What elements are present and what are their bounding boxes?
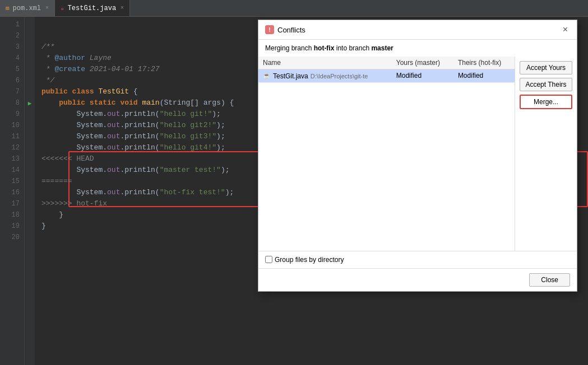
table-empty-area [258,83,515,251]
dialog-title-text: Conflicts [277,26,305,34]
tab-testgit-label: TestGit.java [68,4,116,12]
col-name: Name [258,57,392,69]
file-name-cell: ☕ TestGit.java D:\IdeaProjects\git-te [258,69,392,83]
col-theirs: Theirs (hot-fix) [453,57,515,69]
subtitle-prefix: Merging branch [265,44,314,52]
merge-button[interactable]: Merge... [520,95,572,109]
tab-testgit-close[interactable]: × [121,5,124,11]
theirs-status-cell: Modified [453,69,515,83]
conflicts-dialog-icon: ! [265,25,274,34]
yours-status-cell: Modified [392,69,453,83]
pom-icon: m [6,5,10,12]
conflicts-table-area: Name Yours (master) Theirs (hot-fix) ☕ T… [258,57,515,251]
dialog-titlebar: ! Conflicts × [258,20,577,40]
tab-bar: m pom.xml × ☕ TestGit.java × [0,0,588,17]
conflicts-table: Name Yours (master) Theirs (hot-fix) ☕ T… [258,57,515,83]
file-icon-cell: ☕ TestGit.java D:\IdeaProjects\git-te [263,72,368,80]
branch-to: master [371,44,393,52]
group-files-checkbox[interactable] [265,256,272,263]
group-files-checkbox-label[interactable]: Group files by directory [265,256,344,264]
tab-testgit[interactable]: ☕ TestGit.java × [55,0,130,16]
dialog-body: Name Yours (master) Theirs (hot-fix) ☕ T… [258,57,577,251]
group-files-label: Group files by directory [275,256,344,264]
file-name: TestGit.java [273,72,308,80]
table-header-row: Name Yours (master) Theirs (hot-fix) [258,57,515,69]
tab-pom[interactable]: m pom.xml × [0,0,55,16]
run-arrow-8[interactable]: ▶ [25,97,35,109]
accept-theirs-button[interactable]: Accept Theirs [520,78,572,91]
tab-pom-label: pom.xml [13,4,41,12]
conflicts-dialog: ! Conflicts × Merging branch hot-fix int… [258,20,577,292]
close-button[interactable]: Close [529,273,570,287]
dialog-bottom: Group files by directory [258,251,577,268]
dialog-action-buttons: Accept Yours Accept Theirs Merge... [515,57,577,251]
dialog-close-x-button[interactable]: × [561,25,570,35]
col-yours: Yours (master) [392,57,453,69]
java-icon: ☕ [61,4,64,12]
file-path: D:\IdeaProjects\git-te [311,73,368,79]
line-numbers: 1 2 3 4 5 6 7 8 9 10 11 12 13 14 15 16 1… [4,17,25,365]
accept-yours-button[interactable]: Accept Yours [520,61,572,74]
dialog-subtitle: Merging branch hot-fix into branch maste… [258,40,577,57]
run-gutter: ▶ [25,17,35,365]
branch-from: hot-fix [314,44,335,52]
tab-pom-close[interactable]: × [45,5,49,11]
dialog-close-area: Close [258,268,577,291]
left-gutter [0,17,4,365]
subtitle-middle: into branch [334,44,371,52]
table-row[interactable]: ☕ TestGit.java D:\IdeaProjects\git-te Mo… [258,69,515,83]
dialog-title: ! Conflicts [265,25,305,34]
java-file-icon: ☕ [263,72,271,79]
